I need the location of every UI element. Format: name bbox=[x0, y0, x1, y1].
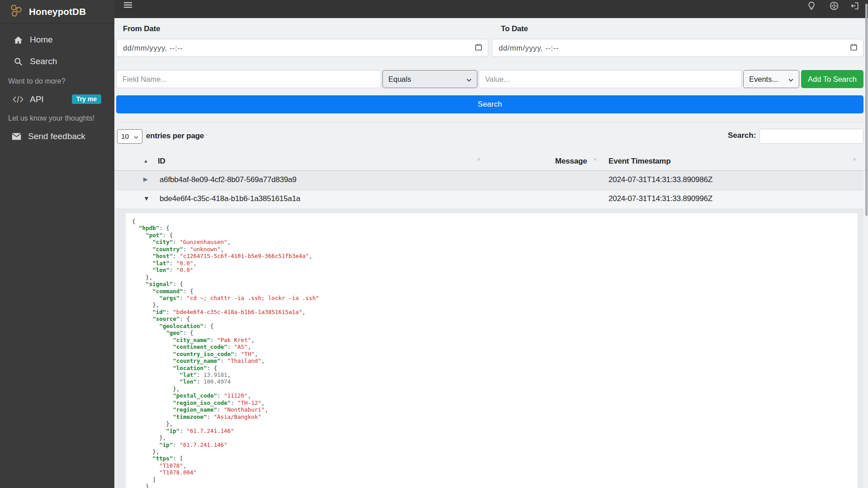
expand-row-icon[interactable]: ▶ bbox=[143, 176, 148, 183]
row-timestamp: 2024-07-31T14:31:33.890996Z bbox=[609, 194, 712, 203]
table-search-label: Search: bbox=[728, 131, 756, 140]
menu-icon[interactable] bbox=[124, 2, 132, 9]
search-button[interactable]: Search bbox=[116, 95, 863, 113]
column-header-message[interactable]: Message bbox=[555, 157, 587, 166]
sidebar-item-search[interactable]: Search bbox=[0, 55, 114, 68]
topbar bbox=[114, 0, 868, 18]
sidebar-item-label: Search bbox=[30, 56, 57, 66]
app-title: HoneypotDB bbox=[29, 6, 86, 17]
calendar-icon[interactable] bbox=[850, 43, 858, 53]
sidebar-item-label: Home bbox=[30, 35, 53, 45]
sidebar-heading-more: Want to do more? bbox=[0, 77, 114, 85]
film-reel-icon[interactable] bbox=[830, 1, 839, 10]
json-panel: { "hpdb": { "pot": { "city": "Gunzenhaus… bbox=[125, 213, 858, 488]
operator-select[interactable]: Equals bbox=[382, 70, 477, 88]
field-name-input[interactable] bbox=[116, 70, 381, 88]
chevron-down-icon bbox=[467, 75, 472, 84]
sidebar-heading-feedback: Let us know your thoughts! bbox=[0, 114, 114, 122]
table-row[interactable]: ▼ bde4e6f4-c35c-418a-b1b6-1a3851615a1a 2… bbox=[116, 190, 863, 209]
honeycomb-logo-icon bbox=[9, 4, 24, 20]
logo-row: HoneypotDB bbox=[0, 0, 114, 23]
search-icon bbox=[13, 57, 24, 66]
value-input[interactable] bbox=[479, 70, 742, 88]
code-icon bbox=[13, 95, 24, 104]
logout-icon[interactable] bbox=[850, 1, 859, 10]
table-header: ▲ ID ▲▼ Message ▲▼ Event Timestamp ▲▼ bbox=[114, 154, 868, 171]
row-timestamp: 2024-07-31T14:31:33.890986Z bbox=[609, 175, 712, 184]
chevron-down-icon bbox=[788, 75, 793, 84]
json-viewer: { "hpdb": { "pot": { "city": "Gunzenhaus… bbox=[126, 213, 858, 488]
sort-asc-icon[interactable]: ▲ bbox=[143, 158, 148, 164]
home-icon bbox=[13, 35, 24, 45]
sidebar: HoneypotDB Home Search Want to do more? … bbox=[0, 0, 114, 488]
sidebar-item-label: Send feedback bbox=[28, 131, 85, 141]
main-content: From Date To Date dd/mm/yyyy, --:-- dd/m… bbox=[114, 18, 868, 488]
calendar-icon[interactable] bbox=[475, 43, 482, 53]
sidebar-item-label: API bbox=[30, 94, 44, 104]
sidebar-item-home[interactable]: Home bbox=[0, 33, 114, 47]
expanded-row-detail: { "hpdb": { "pot": { "city": "Gunzenhaus… bbox=[116, 209, 863, 488]
lightbulb-icon[interactable] bbox=[807, 1, 816, 10]
column-header-event-timestamp[interactable]: Event Timestamp bbox=[609, 157, 670, 166]
envelope-icon bbox=[11, 132, 22, 141]
honeypotdb-app: HoneypotDB Home Search Want to do more? … bbox=[0, 0, 868, 488]
sidebar-item-send-feedback[interactable]: Send feedback bbox=[0, 130, 114, 143]
row-id: bde4e6f4-c35c-418a-b1b6-1a3851615a1a bbox=[160, 194, 300, 203]
event-type-select[interactable]: Events... bbox=[743, 70, 799, 88]
row-id: a6fbb4af-8e09-4cf2-8b07-569a77d839a9 bbox=[160, 175, 297, 184]
add-to-search-button[interactable]: Add To Search bbox=[801, 70, 863, 88]
sidebar-item-api[interactable]: API Try me bbox=[0, 93, 114, 106]
column-header-id[interactable]: ID bbox=[158, 157, 165, 166]
collapse-row-icon[interactable]: ▼ bbox=[143, 195, 150, 202]
chevron-down-icon bbox=[134, 132, 138, 141]
entries-per-page-label: entries per page bbox=[146, 131, 204, 141]
scrollbar[interactable] bbox=[865, 4, 868, 216]
try-me-badge[interactable]: Try me bbox=[72, 94, 101, 104]
table-row[interactable]: ▶ a6fbb4af-8e09-4cf2-8b07-569a77d839a9 2… bbox=[116, 171, 863, 190]
to-date-input[interactable]: dd/mm/yyyy, --:-- bbox=[492, 39, 863, 57]
page-size-select[interactable]: 10 bbox=[117, 129, 142, 144]
divider bbox=[116, 122, 863, 122]
table-search-input[interactable] bbox=[760, 129, 863, 144]
from-date-input[interactable]: dd/mm/yyyy, --:-- bbox=[116, 39, 488, 57]
to-date-label: To Date bbox=[501, 24, 528, 33]
from-date-label: From Date bbox=[123, 24, 160, 33]
